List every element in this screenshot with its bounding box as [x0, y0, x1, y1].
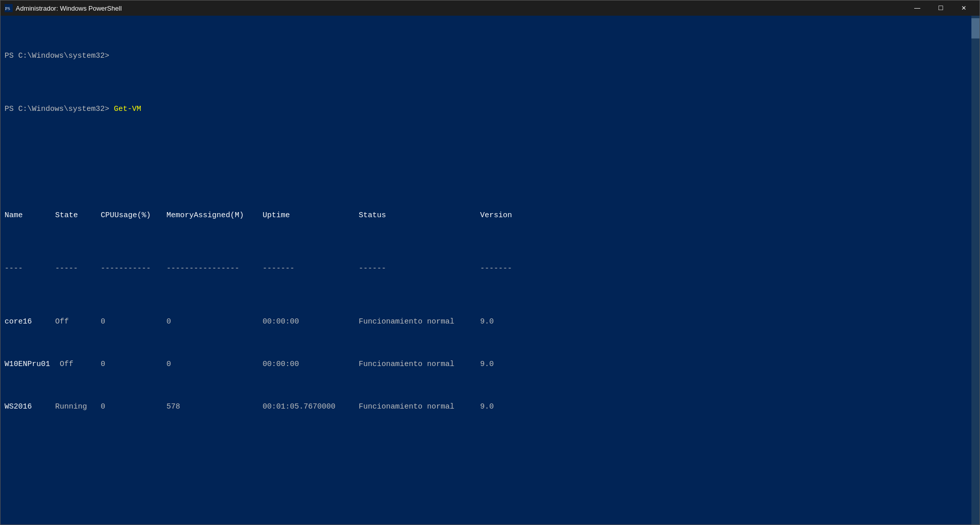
prompt-line-1: PS C:\Windows\system32>: [5, 51, 967, 61]
powershell-window: PS Administrador: Windows PowerShell — ☐…: [0, 0, 980, 525]
window-title: Administrador: Windows PowerShell: [16, 5, 906, 12]
scrollbar-thumb[interactable]: [971, 18, 979, 38]
table1-divider: ---- ----- ----------- ---------------- …: [5, 263, 967, 274]
table1-header: Name State CPUUsage(%) MemoryAssigned(M)…: [5, 210, 967, 221]
terminal-area: PS C:\Windows\system32> PS C:\Windows\sy…: [1, 16, 979, 524]
window-controls: — ☐ ✕: [906, 1, 975, 16]
prompt-text: PS C:\Windows\system32>: [5, 52, 114, 60]
window-icon: PS: [5, 4, 13, 12]
blank-1: [5, 157, 967, 168]
close-button[interactable]: ✕: [952, 1, 975, 16]
title-bar: PS Administrador: Windows PowerShell — ☐…: [1, 1, 979, 16]
minimize-button[interactable]: —: [906, 1, 929, 16]
maximize-button[interactable]: ☐: [929, 1, 952, 16]
table1-row-3: WS2016 Running 0 578 00:01:05.7670000 Fu…: [5, 401, 967, 412]
blank-2: [5, 455, 967, 465]
blank-3: [5, 487, 967, 497]
terminal[interactable]: PS C:\Windows\system32> PS C:\Windows\sy…: [1, 16, 971, 524]
cmd-get-vm-1: PS C:\Windows\system32> Get-VM: [5, 104, 967, 114]
table1-row-1: core16 Off 0 0 00:00:00 Funcionamiento n…: [5, 316, 967, 327]
table1-row-2: W10ENPru01 Off 0 0 00:00:00 Funcionamien…: [5, 359, 967, 370]
get-vm-cmd-1: Get-VM: [114, 105, 141, 113]
scrollbar[interactable]: [971, 16, 979, 524]
svg-text:PS: PS: [5, 6, 10, 11]
